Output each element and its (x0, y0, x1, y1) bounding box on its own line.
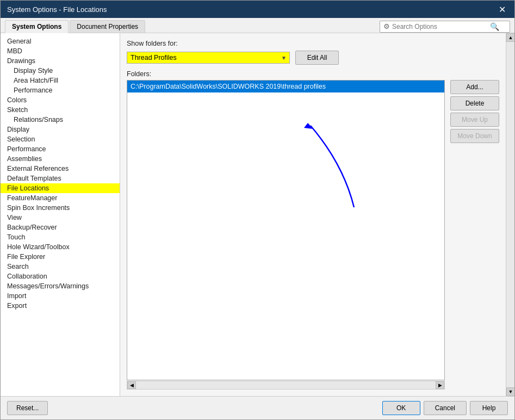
tab-document-properties[interactable]: Document Properties (70, 20, 145, 33)
delete-button[interactable]: Delete (450, 96, 499, 110)
horizontal-scrollbar[interactable]: ◀ ▶ (127, 381, 445, 390)
folder-item[interactable]: C:\ProgramData\SolidWorks\SOLIDWORKS 201… (127, 81, 444, 92)
sidebar-item-import[interactable]: Import (1, 291, 120, 301)
scroll-track-vertical[interactable] (506, 42, 514, 387)
tab-header: System Options Document Properties ⚙ 🔍 (1, 18, 514, 33)
sidebar-item-colors[interactable]: Colors (1, 95, 120, 105)
content-area: Show folders for: Thread ProfilesDocumen… (120, 33, 506, 396)
sidebar-item-display-style[interactable]: Display Style (1, 66, 120, 76)
search-input[interactable] (392, 23, 490, 30)
tabs-container: System Options Document Properties (5, 20, 145, 33)
tab-system-options[interactable]: System Options (5, 20, 69, 33)
scroll-left-button[interactable]: ◀ (127, 381, 136, 389)
sidebar-item-mbd[interactable]: MBD (1, 46, 120, 56)
folders-dropdown[interactable]: Thread ProfilesDocument TemplatesCustom … (127, 52, 290, 64)
scroll-track[interactable] (136, 381, 436, 389)
folders-listbox[interactable]: C:\ProgramData\SolidWorks\SOLIDWORKS 201… (127, 80, 445, 380)
sidebar-item-view[interactable]: View (1, 213, 120, 223)
sidebar-item-sketch[interactable]: Sketch (1, 105, 120, 115)
system-options-dialog: System Options - File Locations ✕ System… (0, 0, 515, 420)
folders-list-area: C:\ProgramData\SolidWorks\SOLIDWORKS 201… (127, 80, 499, 390)
dropdown-row: Thread ProfilesDocument TemplatesCustom … (127, 51, 499, 65)
sidebar-item-area-hatch-fill[interactable]: Area Hatch/Fill (1, 76, 120, 85)
dialog-buttons: OK Cancel Help (382, 401, 508, 415)
sidebar-item-external-references[interactable]: External References (1, 164, 120, 174)
move-down-button[interactable]: Move Down (450, 129, 499, 143)
sidebar-item-feature-manager[interactable]: FeatureManager (1, 193, 120, 203)
sidebar-item-performance-drawings[interactable]: Performance (1, 85, 120, 95)
sidebar-item-file-explorer[interactable]: File Explorer (1, 252, 120, 262)
scroll-down-button[interactable]: ▼ (506, 387, 514, 396)
sidebar-item-hole-wizard-toolbox[interactable]: Hole Wizard/Toolbox (1, 242, 120, 252)
show-folders-label: Show folders for: (127, 40, 499, 47)
scroll-right-button[interactable]: ▶ (436, 381, 444, 389)
sidebar-item-display[interactable]: Display (1, 125, 120, 134)
add-button[interactable]: Add... (450, 80, 499, 94)
folders-list-container: C:\ProgramData\SolidWorks\SOLIDWORKS 201… (127, 80, 445, 390)
bottom-bar: Reset... OK Cancel Help (1, 396, 514, 419)
scroll-up-button[interactable]: ▲ (506, 33, 514, 42)
sidebar-item-performance[interactable]: Performance (1, 144, 120, 154)
sidebar-item-general[interactable]: General (1, 36, 120, 46)
sidebar-item-spin-box-increments[interactable]: Spin Box Increments (1, 203, 120, 213)
title-bar: System Options - File Locations ✕ (1, 1, 514, 18)
sidebar-item-relations-snaps[interactable]: Relations/Snaps (1, 115, 120, 125)
search-area: ⚙ 🔍 (380, 21, 510, 33)
dropdown-wrapper: Thread ProfilesDocument TemplatesCustom … (127, 52, 290, 64)
sidebar: GeneralMBDDrawingsDisplay StyleArea Hatc… (1, 33, 120, 396)
gear-icon: ⚙ (383, 22, 390, 30)
search-icon: 🔍 (490, 22, 499, 31)
sidebar-item-backup-recover[interactable]: Backup/Recover (1, 223, 120, 232)
sidebar-item-default-templates[interactable]: Default Templates (1, 174, 120, 183)
ok-button[interactable]: OK (382, 401, 420, 415)
edit-all-button[interactable]: Edit All (295, 51, 339, 65)
help-button[interactable]: Help (470, 401, 508, 415)
sidebar-item-selection[interactable]: Selection (1, 134, 120, 144)
folders-label: Folders: (127, 70, 499, 78)
sidebar-item-assemblies[interactable]: Assemblies (1, 154, 120, 164)
close-button[interactable]: ✕ (497, 4, 508, 15)
sidebar-item-collaboration[interactable]: Collaboration (1, 271, 120, 281)
reset-button[interactable]: Reset... (7, 401, 48, 415)
sidebar-item-touch[interactable]: Touch (1, 232, 120, 242)
cancel-button[interactable]: Cancel (424, 401, 467, 415)
dialog-title: System Options - File Locations (7, 5, 107, 14)
main-body: GeneralMBDDrawingsDisplay StyleArea Hatc… (1, 33, 514, 396)
sidebar-item-drawings[interactable]: Drawings (1, 56, 120, 66)
sidebar-item-messages-errors[interactable]: Messages/Errors/Warnings (1, 281, 120, 291)
vertical-scrollbar[interactable]: ▲ ▼ (506, 33, 514, 396)
sidebar-item-file-locations[interactable]: File Locations (1, 183, 120, 193)
move-up-button[interactable]: Move Up (450, 113, 499, 127)
sidebar-item-search[interactable]: Search (1, 262, 120, 271)
sidebar-item-export[interactable]: Export (1, 301, 120, 311)
side-buttons: Add... Delete Move Up Move Down (450, 80, 499, 390)
